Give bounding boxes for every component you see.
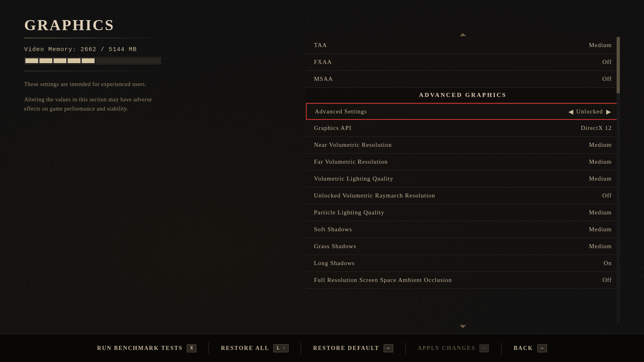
- setting-name-label: Grass Shadows: [314, 243, 356, 250]
- scrollbar[interactable]: [617, 37, 620, 323]
- desc-para-2: Altering the values in this section may …: [24, 95, 161, 113]
- setting-row-particle-lighting-quality[interactable]: Particle Lighting QualityMedium: [306, 204, 620, 221]
- setting-name-label: Soft Shadows: [314, 226, 352, 233]
- setting-row-long-shadows[interactable]: Long ShadowsOn: [306, 255, 620, 272]
- memory-bar: [24, 57, 161, 64]
- setting-name-label: Advanced Settings: [315, 108, 367, 115]
- setting-name-label: Volumetric Lighting Quality: [314, 175, 394, 182]
- mem-seg-5: [82, 58, 95, 63]
- page-title: Graphics: [24, 16, 233, 34]
- setting-value-text: Medium: [589, 175, 612, 182]
- setting-row-fxaa[interactable]: FXAAOff: [306, 54, 620, 71]
- bottom-action-key-run-benchmark: X: [187, 344, 196, 352]
- arrow-left-icon[interactable]: ◀: [568, 108, 573, 115]
- setting-row-volumetric-lighting-quality[interactable]: Volumetric Lighting QualityMedium: [306, 171, 620, 187]
- left-divider-1: [24, 71, 161, 71]
- setting-name-label: Graphics API: [314, 125, 351, 132]
- bottom-action-label-restore-all: Restore All: [221, 345, 269, 352]
- setting-value-text: Medium: [589, 42, 612, 49]
- setting-name-label: FXAA: [314, 59, 332, 66]
- bottom-action-key-restore-default: —: [384, 344, 393, 352]
- setting-name-label: Long Shadows: [314, 260, 355, 267]
- description-text: These settings are intended for experien…: [24, 80, 161, 113]
- scroll-down-arrow: [460, 325, 466, 328]
- setting-row-full-resolution-ssao[interactable]: Full Resolution Screen Space Ambient Occ…: [306, 272, 620, 289]
- setting-value-arrows-wrap[interactable]: ◀Unlocked▶: [568, 108, 611, 115]
- setting-value-text: Medium: [589, 226, 612, 233]
- right-panel: TAAMediumFXAAOffMSAAOffAdvanced Graphics…: [306, 32, 620, 330]
- bottom-action-key-restore-all: L ↑: [273, 344, 289, 352]
- scrollbar-thumb[interactable]: [617, 37, 620, 93]
- setting-name-label: Far Volumetric Resolution: [314, 158, 388, 165]
- setting-row-msaa[interactable]: MSAAOff: [306, 71, 620, 88]
- arrow-right-icon[interactable]: ▶: [606, 108, 611, 115]
- setting-row-soft-shadows[interactable]: Soft ShadowsMedium: [306, 221, 620, 238]
- setting-row-near-volumetric-resolution[interactable]: Near Volumetric ResolutionMedium: [306, 137, 620, 154]
- setting-row-taa[interactable]: TAAMedium: [306, 37, 620, 54]
- bottom-action-apply-changes[interactable]: Apply Changes—: [406, 344, 502, 352]
- setting-row-far-volumetric-resolution[interactable]: Far Volumetric ResolutionMedium: [306, 154, 620, 171]
- setting-row-grass-shadows[interactable]: Grass ShadowsMedium: [306, 238, 620, 255]
- setting-value-text: Medium: [589, 209, 612, 216]
- mem-seg-empty: [96, 58, 160, 63]
- bottom-action-restore-all[interactable]: Restore AllL ↑: [209, 344, 301, 352]
- mem-seg-2: [39, 58, 52, 63]
- setting-name-label: Full Resolution Screen Space Ambient Occ…: [314, 277, 452, 284]
- scroll-top-indicator: [306, 32, 620, 37]
- setting-value-text: On: [604, 260, 612, 267]
- setting-name-label: TAA: [314, 42, 327, 49]
- setting-value-text: Off: [602, 277, 612, 284]
- bottom-action-label-apply-changes: Apply Changes: [418, 345, 476, 352]
- left-panel: Graphics Video Memory: 2662 / 5144 MB Th…: [24, 16, 233, 330]
- setting-name-label: Particle Lighting Quality: [314, 209, 384, 216]
- scroll-bottom-indicator: [306, 323, 620, 330]
- page: Graphics Video Memory: 2662 / 5144 MB Th…: [0, 0, 644, 362]
- settings-list: TAAMediumFXAAOffMSAAOffAdvanced Graphics…: [306, 37, 620, 323]
- mem-seg-1: [25, 58, 38, 63]
- setting-value-text: Off: [602, 59, 612, 66]
- setting-value-text: Medium: [589, 142, 612, 148]
- setting-value-text: Medium: [589, 158, 612, 165]
- setting-row-unlocked-volumetric-raymarch[interactable]: Unlocked Volumetric Raymarch ResolutionO…: [306, 187, 620, 204]
- bottom-bar: Run Benchmark TestsXRestore AllL ↑Restor…: [0, 334, 644, 362]
- setting-row-advanced-graphics-header: Advanced Graphics: [306, 88, 620, 103]
- setting-row-advanced-settings[interactable]: Advanced Settings◀Unlocked▶: [306, 103, 620, 120]
- setting-value-text: Unlocked: [576, 108, 603, 115]
- mem-seg-4: [68, 58, 80, 63]
- scroll-up-arrow: [460, 33, 466, 36]
- setting-value-text: Medium: [589, 243, 612, 250]
- bottom-action-key-back: —: [537, 344, 547, 352]
- section-header-label: Advanced Graphics: [419, 92, 507, 99]
- setting-value-text: DirectX 12: [581, 125, 612, 132]
- bottom-action-key-apply-changes: —: [479, 344, 489, 352]
- mem-seg-3: [54, 58, 66, 63]
- bottom-action-label-back: Back: [514, 345, 533, 352]
- bottom-action-back[interactable]: Back—: [502, 344, 559, 352]
- setting-name-label: Unlocked Volumetric Raymarch Resolution: [314, 192, 435, 199]
- bottom-action-label-run-benchmark: Run Benchmark Tests: [97, 345, 183, 352]
- bottom-action-run-benchmark[interactable]: Run Benchmark TestsX: [85, 344, 208, 352]
- bottom-action-label-restore-default: Restore Default: [313, 345, 380, 352]
- title-divider: [24, 38, 161, 38]
- desc-para-1: These settings are intended for experien…: [24, 80, 161, 89]
- bottom-action-restore-default[interactable]: Restore Default—: [301, 344, 405, 352]
- setting-value-text: Off: [602, 192, 612, 199]
- setting-value-text: Off: [602, 76, 612, 82]
- setting-name-label: MSAA: [314, 76, 333, 82]
- setting-name-label: Near Volumetric Resolution: [314, 142, 392, 148]
- setting-row-graphics-api[interactable]: Graphics APIDirectX 12: [306, 120, 620, 137]
- video-memory-label: Video Memory: 2662 / 5144 MB: [24, 46, 233, 53]
